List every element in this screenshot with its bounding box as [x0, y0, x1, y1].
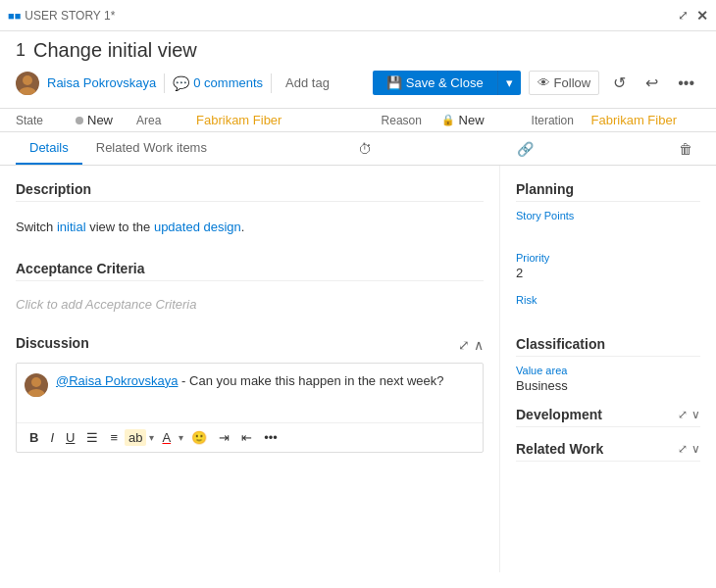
story-points-value[interactable] — [516, 223, 700, 238]
save-icon: 💾 — [386, 75, 402, 90]
work-item-title: Change initial view — [33, 39, 197, 62]
work-item-header: 1 Change initial view Raisa Pokrovskaya … — [0, 31, 716, 109]
risk-value[interactable] — [516, 308, 700, 322]
comment-text: - Can you make this happen in the next w… — [178, 373, 443, 388]
italic-button[interactable]: I — [45, 427, 59, 448]
indent-button[interactable]: ⇥ — [214, 427, 234, 448]
refresh-button[interactable]: ↺ — [607, 70, 632, 96]
close-button[interactable]: ✕ — [696, 8, 708, 24]
priority-label: Priority — [516, 252, 700, 264]
reason-label: Reason — [382, 114, 435, 127]
iteration-value[interactable]: Fabrikam Fiber — [591, 113, 677, 127]
state-label: State — [16, 114, 70, 127]
highlight-dropdown[interactable]: ▾ — [149, 432, 154, 443]
save-close-button[interactable]: 💾 Save & Close — [373, 71, 497, 95]
list-button[interactable]: ≡ — [105, 427, 123, 448]
discussion-avatar — [25, 373, 48, 397]
add-tag-button[interactable]: Add tag — [280, 74, 335, 92]
work-item-icon: ■■ — [8, 10, 21, 22]
development-collapse-button[interactable]: ∨ — [691, 408, 700, 421]
trash-icon-button[interactable]: 🗑 — [671, 135, 700, 163]
font-color-dropdown[interactable]: ▾ — [179, 432, 183, 443]
development-title: Development — [516, 407, 602, 422]
collapse-icon-button[interactable]: ∧ — [474, 337, 484, 353]
classification-section: Classification Value area Business — [516, 336, 700, 393]
state-dot — [76, 117, 83, 124]
risk-field: Risk — [516, 294, 700, 322]
lock-icon: 🔒 — [441, 114, 455, 126]
comment-icon: 💬 — [173, 75, 189, 91]
left-panel: Description Switch initial view to the u… — [0, 166, 500, 572]
planning-title: Planning — [516, 181, 700, 202]
align-left-button[interactable]: ☰ — [81, 427, 103, 448]
discussion-format-toolbar: B I U ☰ ≡ ab ▾ A ▾ 🙂 ⇥ ⇤ ••• — [17, 422, 483, 452]
history-icon-button[interactable]: ⏱ — [350, 135, 380, 163]
related-work-title: Related Work — [516, 441, 603, 457]
divider-2 — [271, 74, 272, 93]
user-name[interactable]: Raisa Pokrovskaya — [47, 75, 156, 90]
reason-text: New — [459, 113, 485, 127]
save-close-group: 💾 Save & Close ▾ — [373, 71, 521, 95]
restore-button[interactable]: ⤢ — [678, 8, 689, 24]
expand-icon-button[interactable]: ⤢ — [458, 337, 470, 353]
state-value[interactable]: New — [76, 113, 113, 127]
acceptance-criteria-placeholder[interactable]: Click to add Acceptance Criteria — [16, 289, 484, 319]
work-item-title-row: 1 Change initial view — [16, 39, 700, 62]
undo-button[interactable]: ↩ — [639, 70, 664, 96]
description-highlight-initial: initial — [57, 220, 86, 234]
bold-button[interactable]: B — [25, 427, 43, 448]
link-icon-button[interactable]: 🔗 — [509, 135, 541, 163]
emoji-button[interactable]: 🙂 — [186, 427, 212, 448]
mention-link[interactable]: @Raisa Pokrovskaya — [56, 373, 178, 388]
comments-button[interactable]: 💬 0 comments — [173, 75, 263, 91]
iteration-field: Iteration Fabrikam Fiber — [532, 113, 677, 127]
title-bar-controls: ⤢ ✕ — [678, 8, 708, 24]
state-field: State New — [16, 113, 113, 127]
font-color-button[interactable]: A — [157, 427, 176, 448]
value-area-field: Value area Business — [516, 365, 700, 393]
development-expand-button[interactable]: ⤢ — [678, 408, 688, 421]
related-work-section: Related Work ⤢ ∨ — [516, 441, 700, 462]
toolbar: Raisa Pokrovskaya 💬 0 comments Add tag 💾… — [16, 70, 700, 96]
value-area-value[interactable]: Business — [516, 378, 700, 393]
development-header: Development ⤢ ∨ — [516, 407, 700, 427]
area-value[interactable]: Fabrikam Fiber — [196, 113, 281, 127]
value-area-label: Value area — [516, 365, 700, 376]
tab-details[interactable]: Details — [16, 132, 82, 165]
svg-point-1 — [19, 87, 36, 95]
planning-section: Planning Story Points Priority 2 Risk — [516, 181, 700, 322]
title-bar: ■■ USER STORY 1* ⤢ ✕ — [0, 0, 716, 31]
discussion-box: @Raisa Pokrovskaya - Can you make this h… — [16, 363, 484, 453]
more-format-button[interactable]: ••• — [259, 427, 282, 448]
more-options-button[interactable]: ••• — [672, 71, 700, 96]
development-expand: ⤢ ∨ — [678, 408, 700, 421]
related-work-collapse-button[interactable]: ∨ — [691, 442, 700, 456]
highlight-button[interactable]: ab — [125, 429, 146, 446]
area-label: Area — [136, 114, 190, 127]
follow-label: Follow — [554, 75, 591, 90]
follow-button[interactable]: 👁 Follow — [529, 71, 600, 95]
svg-point-3 — [27, 389, 45, 397]
outdent-button[interactable]: ⇤ — [236, 427, 257, 448]
classification-title: Classification — [516, 336, 700, 357]
description-title: Description — [16, 181, 484, 202]
content-area: Description Switch initial view to the u… — [0, 166, 716, 572]
reason-value[interactable]: 🔒 New — [441, 113, 485, 127]
description-text[interactable]: Switch initial view to the updated desig… — [16, 210, 484, 245]
priority-value[interactable]: 2 — [516, 266, 700, 280]
related-work-expand-button[interactable]: ⤢ — [678, 442, 688, 456]
tab-related-work-items[interactable]: Related Work items — [82, 132, 221, 165]
acceptance-criteria-section: Acceptance Criteria Click to add Accepta… — [16, 261, 484, 319]
discussion-text[interactable]: @Raisa Pokrovskaya - Can you make this h… — [56, 371, 475, 391]
discussion-header: Discussion ⤢ ∧ — [16, 335, 484, 355]
risk-label: Risk — [516, 294, 700, 306]
svg-point-2 — [31, 377, 41, 387]
discussion-input-area: @Raisa Pokrovskaya - Can you make this h… — [17, 364, 483, 422]
underline-button[interactable]: U — [61, 427, 79, 448]
story-points-field: Story Points — [516, 210, 700, 238]
save-close-dropdown-button[interactable]: ▾ — [497, 71, 521, 95]
discussion-title: Discussion — [16, 335, 89, 355]
work-item-id: 1 — [16, 40, 26, 61]
description-section: Description Switch initial view to the u… — [16, 181, 484, 245]
meta-row: State New Area Fabrikam Fiber Reason 🔒 N… — [0, 109, 716, 132]
